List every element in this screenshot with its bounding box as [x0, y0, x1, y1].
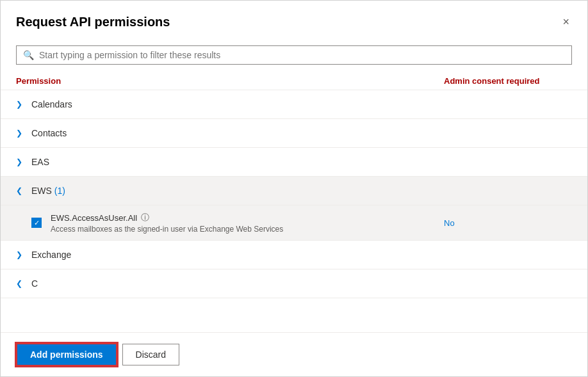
- group-contacts: ❯ Contacts: [1, 119, 587, 148]
- column-admin-header: Admin consent required: [444, 76, 572, 86]
- group-name-partial: C: [31, 278, 38, 289]
- chevron-right-icon: ❯: [16, 129, 25, 138]
- checkbox-wrapper: ✓: [31, 218, 42, 228]
- permission-item-ews-access: ✓ EWS.AccessAsUser.All ⓘ Access mailboxe…: [1, 205, 587, 240]
- group-partial: ❮ C: [1, 269, 587, 298]
- group-name-ews: EWS (1): [31, 186, 65, 196]
- group-ews: ❮ EWS (1) ✓ EWS.AccessAsUser.All ⓘ: [1, 177, 587, 241]
- permission-details: EWS.AccessAsUser.All ⓘ Access mailboxes …: [51, 212, 444, 234]
- group-header-ews[interactable]: ❮ EWS (1): [1, 177, 587, 205]
- group-header-calendars[interactable]: ❯ Calendars: [1, 90, 587, 118]
- dialog-title: Request API permissions: [16, 15, 170, 29]
- group-eas: ❯ EAS: [1, 148, 587, 177]
- group-name-contacts: Contacts: [31, 128, 67, 138]
- group-exchange: ❯ Exchange: [1, 241, 587, 269]
- dialog-header: Request API permissions ×: [1, 1, 587, 40]
- dialog-footer: Add permissions Discard: [1, 332, 587, 376]
- close-button[interactable]: ×: [560, 13, 572, 30]
- table-header: Permission Admin consent required: [1, 72, 587, 90]
- search-container: 🔍: [1, 40, 587, 72]
- permission-name: EWS.AccessAsUser.All: [51, 213, 137, 223]
- permission-description: Access mailboxes as the signed-in user v…: [51, 225, 444, 234]
- group-header-contacts[interactable]: ❯ Contacts: [1, 119, 587, 147]
- add-permissions-button[interactable]: Add permissions: [16, 343, 117, 366]
- group-name-calendars: Calendars: [31, 99, 72, 109]
- group-header-partial[interactable]: ❮ C: [1, 269, 587, 298]
- request-api-permissions-dialog: Request API permissions × 🔍 Permission A…: [0, 0, 588, 377]
- search-icon: 🔍: [23, 50, 34, 60]
- chevron-right-icon: ❯: [16, 250, 25, 259]
- group-header-exchange[interactable]: ❯ Exchange: [1, 241, 587, 269]
- permission-name-row: EWS.AccessAsUser.All ⓘ: [51, 212, 444, 223]
- checkbox-ews-access[interactable]: ✓: [31, 218, 42, 228]
- group-calendars: ❯ Calendars: [1, 90, 587, 119]
- info-icon[interactable]: ⓘ: [141, 212, 149, 223]
- permission-admin-consent: No: [444, 218, 572, 228]
- group-name-eas: EAS: [31, 157, 49, 167]
- group-header-eas[interactable]: ❯ EAS: [1, 148, 587, 176]
- search-input-wrapper: 🔍: [16, 45, 572, 65]
- search-input[interactable]: [39, 50, 565, 60]
- chevron-down-icon: ❮: [16, 279, 25, 288]
- checkmark-icon: ✓: [34, 220, 40, 227]
- discard-button[interactable]: Discard: [122, 344, 179, 365]
- column-permission-header: Permission: [16, 76, 444, 86]
- chevron-right-icon: ❯: [16, 157, 25, 166]
- chevron-right-icon: ❯: [16, 100, 25, 109]
- permission-list: ❯ Calendars ❯ Contacts ❯ EAS ❮ EWS (1): [1, 90, 587, 332]
- chevron-down-icon: ❮: [16, 186, 25, 195]
- group-name-exchange: Exchange: [31, 250, 71, 260]
